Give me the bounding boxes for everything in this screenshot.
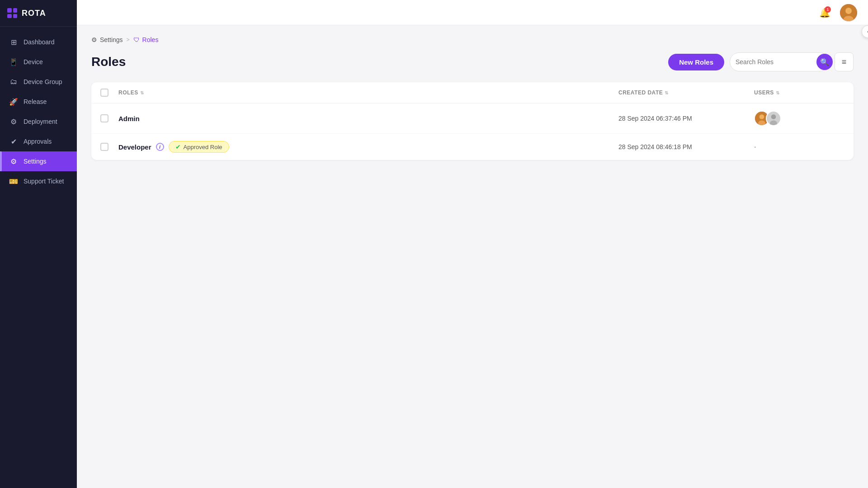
- breadcrumb-roles[interactable]: 🛡 Roles: [133, 36, 159, 43]
- role-name-cell-admin: Admin: [118, 115, 618, 122]
- sidebar-item-label: Support Ticket: [24, 178, 64, 185]
- users-cell-developer: -: [754, 143, 844, 150]
- table-row: Admin 28 Sep 2024 06:37:46 PM: [91, 103, 854, 134]
- sidebar-item-label: Device Group: [24, 78, 62, 85]
- device-group-icon: 🗂: [9, 77, 18, 86]
- svg-point-7: [771, 114, 776, 119]
- sidebar-header: ROTA: [0, 0, 77, 27]
- logo-icon: [7, 8, 17, 18]
- content: ⚙ Settings > 🛡 Roles Roles New Roles 🔍 ≡: [77, 25, 868, 488]
- settings-breadcrumb-icon: ⚙: [91, 36, 97, 43]
- sidebar-item-deployment[interactable]: ⚙ Deployment: [0, 112, 77, 131]
- breadcrumb-arrow: >: [127, 37, 130, 43]
- info-icon-developer[interactable]: i: [156, 143, 164, 151]
- sidebar-item-label: Deployment: [24, 118, 57, 125]
- breadcrumb-settings[interactable]: ⚙ Settings: [91, 36, 123, 43]
- breadcrumb-roles-label: Roles: [142, 36, 159, 43]
- page-header: Roles New Roles 🔍 ≡: [91, 52, 854, 71]
- svg-point-5: [758, 120, 765, 126]
- device-icon: 📱: [9, 57, 18, 66]
- sidebar-item-dashboard[interactable]: ⊞ Dashboard: [0, 32, 77, 52]
- search-input[interactable]: [736, 58, 815, 66]
- header-actions: New Roles 🔍 ≡: [668, 52, 854, 71]
- user-avatar-2: [766, 111, 781, 126]
- breadcrumb-settings-label: Settings: [100, 36, 123, 43]
- svg-point-4: [760, 114, 764, 119]
- role-name-cell-developer: Developer i ✔ Approved Role: [118, 141, 618, 153]
- notification-bell[interactable]: 🔔 1: [816, 5, 833, 21]
- roles-sort-icon[interactable]: ⇅: [140, 90, 144, 95]
- dashboard-icon: ⊞: [9, 38, 18, 47]
- created-date-developer: 28 Sep 2024 08:46:18 PM: [618, 143, 754, 150]
- settings-icon: ⚙: [9, 157, 18, 166]
- sidebar-item-settings[interactable]: ⚙ Settings: [0, 151, 77, 171]
- table-row: Developer i ✔ Approved Role 28 Sep 2024 …: [91, 134, 854, 160]
- svg-point-1: [845, 8, 852, 14]
- breadcrumb: ⚙ Settings > 🛡 Roles: [91, 36, 854, 43]
- roles-table: ROLES ⇅ CREATED DATE ⇅ USERS ⇅ Admin 2: [91, 82, 854, 160]
- sidebar-item-label: Approvals: [24, 138, 52, 145]
- column-header-roles: ROLES ⇅: [118, 89, 618, 96]
- sidebar-item-approvals[interactable]: ✔ Approvals: [0, 131, 77, 151]
- filter-button[interactable]: ≡: [835, 52, 854, 71]
- sidebar-item-release[interactable]: 🚀 Release: [0, 92, 77, 112]
- sidebar-item-label: Dashboard: [24, 38, 55, 46]
- sidebar-item-device[interactable]: 📱 Device: [0, 52, 77, 72]
- role-name-developer[interactable]: Developer: [118, 143, 151, 151]
- sidebar-item-support-ticket[interactable]: 🎫 Support Ticket: [0, 171, 77, 191]
- user-avatar-button[interactable]: [840, 4, 857, 21]
- sidebar-item-label: Release: [24, 98, 47, 105]
- date-sort-icon[interactable]: ⇅: [665, 90, 669, 95]
- roles-breadcrumb-icon: 🛡: [133, 36, 140, 43]
- sidebar-item-label: Settings: [24, 158, 47, 165]
- column-header-users: USERS ⇅: [754, 89, 844, 96]
- approved-badge-icon: ✔: [175, 143, 181, 150]
- release-icon: 🚀: [9, 97, 18, 106]
- sidebar-item-device-group[interactable]: 🗂 Device Group: [0, 72, 77, 92]
- select-all-checkbox[interactable]: [100, 89, 108, 97]
- notification-badge: 1: [825, 6, 831, 13]
- approved-badge-label: Approved Role: [184, 144, 222, 150]
- topbar: 🔔 1: [77, 0, 868, 25]
- deployment-icon: ⚙: [9, 117, 18, 126]
- row-checkbox-admin[interactable]: [100, 114, 108, 122]
- approved-role-badge: ✔ Approved Role: [169, 141, 229, 153]
- column-header-created-date: CREATED DATE ⇅: [618, 89, 754, 96]
- app-name: ROTA: [22, 9, 46, 18]
- sidebar: ROTA ⊞ Dashboard 📱 Device 🗂 Device Group…: [0, 0, 77, 488]
- users-empty-developer: -: [754, 143, 756, 150]
- support-icon: 🎫: [9, 177, 18, 186]
- approvals-icon: ✔: [9, 137, 18, 146]
- search-submit-button[interactable]: 🔍: [816, 54, 833, 70]
- created-date-admin: 28 Sep 2024 06:37:46 PM: [618, 115, 754, 122]
- users-cell-admin: [754, 111, 844, 126]
- svg-point-8: [770, 120, 777, 126]
- row-checkbox-developer[interactable]: [100, 143, 108, 151]
- table-header-row: ROLES ⇅ CREATED DATE ⇅ USERS ⇅: [91, 82, 854, 103]
- new-roles-button[interactable]: New Roles: [668, 54, 724, 70]
- page-title: Roles: [91, 55, 126, 69]
- main: 🔔 1 ⚙ Settings > 🛡 Roles Ro: [77, 0, 868, 488]
- sidebar-item-label: Device: [24, 58, 43, 66]
- sidebar-nav: ⊞ Dashboard 📱 Device 🗂 Device Group 🚀 Re…: [0, 27, 77, 488]
- users-sort-icon[interactable]: ⇅: [776, 90, 780, 95]
- role-name-admin[interactable]: Admin: [118, 115, 140, 122]
- search-box: 🔍: [730, 52, 829, 71]
